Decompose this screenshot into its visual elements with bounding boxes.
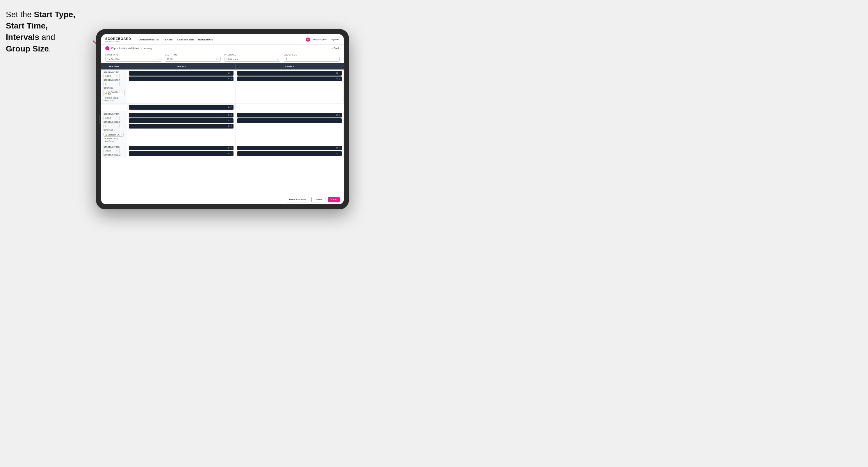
player-remove-1-4[interactable]: ✕ (336, 77, 338, 80)
table-body: STARTING TIME: 10:00 ⏱ STARTING HOLE: 1 … (101, 69, 344, 195)
remove-group-link-1[interactable]: ○ Remove Group (103, 97, 125, 99)
sign-out-link[interactable]: Sign out (331, 38, 340, 41)
starting-hole-input-2[interactable]: 1 ▾ (103, 124, 120, 128)
team1-course-row-1: ✕ □ (127, 103, 236, 111)
player-expand-2-3[interactable]: □ (231, 125, 232, 127)
player-remove-3-4[interactable]: ✕ (336, 152, 338, 155)
player-expand-1-2[interactable]: □ (231, 78, 232, 80)
course-row-1: ✕ □ (101, 103, 344, 112)
clock-icon-1: ⏱ (116, 75, 118, 77)
hole-val-2: 1 (105, 124, 106, 127)
add-remove-links-1: ○ Remove Group + Add Group (103, 97, 125, 101)
nav-committee[interactable]: COMMITTEE (177, 38, 194, 41)
player-remove-3-1[interactable]: ✕ (228, 147, 230, 149)
team2-cell-2: ✕ □ ✕ □ (236, 112, 344, 144)
th-team1: Team 1 (127, 63, 236, 69)
start-time-input[interactable]: 10:00 🕐 (165, 57, 221, 62)
player-row-2-4: ✕ □ (237, 113, 342, 118)
player-remove-2-4[interactable]: ✕ (336, 114, 338, 116)
player-expand-1-1[interactable]: □ (231, 72, 232, 74)
player-expand-3-2[interactable]: □ (231, 153, 232, 155)
tournament-name[interactable]: Clippd Invitational (Mar) (111, 47, 139, 50)
table-row: STARTING TIME: 10:00 ⏱ STARTING HOLE: 1 … (101, 69, 344, 103)
start-type-value: 1st Tee Start (107, 58, 120, 61)
player-expand-3-1[interactable]: □ (231, 147, 232, 149)
hosting-badge: Hosting (144, 47, 152, 50)
starting-time-val-3: 10:20 (105, 150, 111, 152)
time-icon: 🕐 (216, 58, 219, 61)
player-row-1-2: ✕ □ (129, 76, 234, 81)
group-size-select[interactable]: 3 ▾ (284, 57, 340, 62)
user-avatar: B (306, 37, 310, 41)
course-name-1: (A) Peachtree GC (108, 91, 121, 95)
start-type-group: Start Type 1st Tee Start ▾ (105, 54, 161, 62)
cancel-button[interactable]: Cancel (311, 197, 326, 203)
player-row-3-2: ✕ □ (129, 151, 234, 156)
player-remove-3-2[interactable]: ✕ (228, 152, 230, 155)
group-size-value: 3 (286, 58, 287, 61)
team2-cell-1: ✕ □ ✕ □ (236, 69, 344, 103)
clock-icon-3: ⏱ (116, 150, 118, 152)
player-expand-2-2[interactable]: □ (231, 120, 232, 122)
player-remove-2-2[interactable]: ✕ (228, 120, 230, 122)
player-expand-2-1[interactable]: □ (231, 114, 232, 116)
player-expand-3-3[interactable]: □ (339, 147, 340, 149)
starting-hole-label-1: STARTING HOLE: (103, 79, 125, 81)
add-group-link-2[interactable]: + Add Group (103, 140, 125, 142)
team1-cell-1: ✕ □ ✕ □ (127, 69, 236, 103)
save-button[interactable]: Save (328, 197, 340, 203)
course-player-expand-1-1[interactable]: □ (231, 106, 232, 108)
reset-changes-button[interactable]: Reset Changes (286, 197, 309, 203)
nav-tournaments[interactable]: TOURNAMENTS (137, 38, 159, 41)
course-remove-x-1[interactable]: ✕ (122, 92, 123, 94)
player-row-3-3: ✕ □ (237, 146, 342, 150)
group-size-label: Group Size (284, 54, 340, 56)
hole-chevron-1: ▾ (117, 83, 118, 85)
back-link[interactable]: < Back (332, 47, 340, 50)
intervals-value: 10 Minutes (226, 58, 238, 61)
remove-group-icon-2: ○ (103, 137, 105, 139)
nav-teams[interactable]: TEAMS (163, 38, 173, 41)
nav-rankings[interactable]: RANKINGS (198, 38, 213, 41)
player-remove-2-1[interactable]: ✕ (228, 114, 230, 116)
player-remove-1-2[interactable]: ✕ (228, 77, 230, 80)
player-remove-3-3[interactable]: ✕ (336, 147, 338, 149)
table-row: STARTING TIME: 10:20 ⏱ STARTING HOLE: ✕ … (101, 144, 344, 158)
logo-sub: Powered by clippd (105, 40, 131, 42)
starting-time-input-1[interactable]: 10:00 ⏱ (103, 74, 120, 78)
intervals-chevron: ▾ (277, 58, 278, 61)
add-group-link-1[interactable]: + Add Group (103, 99, 125, 101)
player-row-1-3: ✕ □ (237, 71, 342, 75)
starting-time-input-3[interactable]: 10:20 ⏱ (103, 149, 120, 153)
instruction-text: Set the Start Type, Start Time, Interval… (6, 9, 93, 54)
player-expand-2-5[interactable]: □ (339, 120, 340, 122)
player-expand-1-3[interactable]: □ (339, 72, 340, 74)
intervals-select[interactable]: 10 Minutes ▾ (224, 57, 280, 62)
player-remove-2-3[interactable]: ✕ (228, 125, 230, 127)
team1-cell-3: ✕ □ ✕ □ (127, 144, 236, 158)
team1-cell-2: ✕ □ ✕ □ ✕ □ (127, 112, 236, 144)
table-header: Tee Time Team 1 Team 2 (101, 63, 344, 69)
team2-course-row-1 (236, 103, 344, 111)
group-size-group: Group Size 3 ▾ (284, 54, 340, 62)
course-remove-x-2[interactable]: ✕ (120, 133, 122, 136)
instruction-line1-normal: Set the (6, 10, 34, 19)
player-expand-1-4[interactable]: □ (339, 78, 340, 80)
starting-time-input-2[interactable]: 10:10 ⏱ (103, 116, 120, 120)
player-remove-1-1[interactable]: ✕ (228, 72, 230, 74)
tablet-screen: SCOREBOARD Powered by clippd TOURNAMENTS… (101, 34, 344, 204)
hole-val-1: 1 (105, 83, 106, 85)
starting-hole-input-1[interactable]: 1 ▾ (103, 82, 120, 86)
player-expand-3-4[interactable]: □ (339, 153, 340, 155)
instruction-line2: Start Time, (6, 21, 48, 30)
tee-cell-2: STARTING TIME: 10:10 ⏱ STARTING HOLE: 1 … (101, 112, 127, 144)
player-row-2-5: ✕ □ (237, 118, 342, 123)
player-remove-1-3[interactable]: ✕ (336, 72, 338, 74)
starting-time-label-3: STARTING TIME: (103, 146, 125, 148)
player-remove-2-5[interactable]: ✕ (336, 120, 338, 122)
remove-group-link-2[interactable]: ○ Remove Group (103, 137, 125, 139)
starting-hole-label-3: STARTING HOLE: (103, 154, 125, 156)
course-player-remove-1-1[interactable]: ✕ (228, 106, 230, 108)
start-type-select[interactable]: 1st Tee Start ▾ (105, 57, 161, 62)
player-expand-2-4[interactable]: □ (339, 114, 340, 116)
